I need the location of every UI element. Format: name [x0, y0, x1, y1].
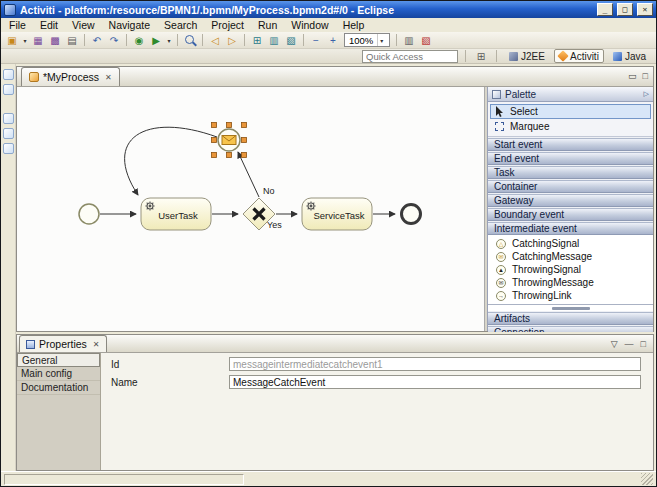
flow-gateway-to-message[interactable]: [238, 152, 259, 197]
view-shortcut-icon-4[interactable]: [3, 128, 14, 139]
menu-run[interactable]: Run: [251, 19, 284, 31]
menu-file[interactable]: File: [2, 19, 33, 31]
quick-access-input[interactable]: [362, 50, 458, 63]
view-shortcut-icon-1[interactable]: [3, 69, 14, 80]
palette-drawer-gateway[interactable]: Gateway: [488, 194, 653, 207]
flow-label-no: No: [263, 186, 275, 196]
toolbar-separator: [126, 34, 127, 46]
palette-drawer-boundary-event[interactable]: Boundary event: [488, 208, 653, 221]
palette-header[interactable]: Palette ▷: [488, 87, 653, 102]
search-button[interactable]: [182, 33, 198, 48]
mark-occurrences-button[interactable]: ▧: [418, 33, 434, 48]
view-shortcut-icon-3[interactable]: [3, 113, 14, 124]
properties-view: Properties ✕ ▽ — □ General Main config: [16, 332, 656, 471]
palette-item-throwing-signal[interactable]: ▲ ThrowingSignal: [488, 263, 653, 276]
menu-search[interactable]: Search: [157, 19, 204, 31]
layers-button[interactable]: ▧: [283, 33, 299, 48]
name-field-input[interactable]: [229, 375, 641, 389]
view-shortcut-icon-2[interactable]: [3, 84, 14, 95]
bpmn-canvas[interactable]: UserTask No Yes ServiceTask: [17, 87, 484, 331]
toolbar-separator: [465, 50, 466, 62]
start-event-node[interactable]: [79, 204, 99, 224]
menu-window[interactable]: Window: [284, 19, 335, 31]
print-button[interactable]: ▤: [64, 33, 80, 48]
palette-pin-icon[interactable]: ▷: [644, 90, 649, 98]
view-menu-icon[interactable]: ▽: [611, 339, 618, 349]
new-wizard-button[interactable]: ▣: [4, 33, 20, 48]
run-dropdown-icon[interactable]: ▾: [165, 37, 173, 44]
minimize-button[interactable]: _: [597, 3, 613, 16]
perspective-java-button[interactable]: Java: [608, 49, 651, 63]
catching-signal-icon: △: [496, 239, 506, 249]
close-button[interactable]: ✕: [637, 3, 653, 16]
grid-button[interactable]: ▥: [266, 33, 282, 48]
palette-drawer-artifacts[interactable]: Artifacts: [488, 312, 653, 325]
menu-edit[interactable]: Edit: [33, 19, 65, 31]
tab-close-icon[interactable]: ✕: [103, 73, 112, 82]
menu-help[interactable]: Help: [336, 19, 372, 31]
palette-drawer-end-event[interactable]: End event: [488, 152, 653, 165]
save-all-button[interactable]: ▩: [47, 33, 63, 48]
palette-title: Palette: [505, 89, 536, 100]
run-button[interactable]: ▶: [148, 33, 164, 48]
end-event-node[interactable]: [402, 205, 421, 224]
menu-navigate[interactable]: Navigate: [102, 19, 157, 31]
zoom-combobox[interactable]: 100% ▾: [344, 33, 390, 47]
palette-drawer-start-event[interactable]: Start event: [488, 138, 653, 151]
outline-mode-button[interactable]: ▥: [401, 33, 417, 48]
java-perspective-icon: [613, 52, 622, 61]
throwing-message-icon: ✉: [496, 278, 506, 288]
perspective-j2ee-button[interactable]: J2EE: [504, 49, 550, 63]
open-perspective-button[interactable]: ⊞: [473, 49, 489, 64]
perspective-activiti-button[interactable]: Activiti: [554, 49, 604, 63]
palette-drawer-intermediate-event[interactable]: Intermediate event: [488, 222, 653, 235]
properties-tab-close-icon[interactable]: ✕: [91, 340, 100, 349]
window-title: Activiti - platform:/resource/BPMN1/.bpm…: [20, 4, 593, 16]
palette-drawer-task[interactable]: Task: [488, 166, 653, 179]
field-row-id: Id: [111, 356, 645, 372]
zoom-out-button[interactable]: −: [308, 33, 324, 48]
editor-tab-row: *MyProcess ✕ ▭ □: [17, 67, 653, 87]
next-annotation-button[interactable]: ▷: [224, 33, 240, 48]
perspective-label: Java: [625, 51, 646, 62]
editor-maximize-icon[interactable]: □: [643, 71, 648, 81]
palette-item-catching-signal[interactable]: △ CatchingSignal: [488, 237, 653, 250]
throwing-signal-icon: ▲: [496, 265, 506, 275]
palette-tool-marquee[interactable]: Marquee: [490, 119, 651, 134]
properties-tab[interactable]: Properties ✕: [19, 335, 107, 352]
menu-project[interactable]: Project: [204, 19, 251, 31]
palette-tool-select[interactable]: Select: [490, 104, 651, 119]
undo-button[interactable]: ↶: [89, 33, 105, 48]
previous-annotation-button[interactable]: ◁: [207, 33, 223, 48]
id-field-input[interactable]: [229, 357, 641, 371]
activiti-perspective-icon: [557, 50, 568, 61]
zoom-in-button[interactable]: +: [325, 33, 341, 48]
view-maximize-icon[interactable]: □: [641, 339, 646, 349]
category-main-config[interactable]: Main config: [17, 367, 100, 381]
view-shortcut-icon-5[interactable]: [3, 143, 14, 154]
left-view-rail: [1, 64, 16, 471]
redo-button[interactable]: ↷: [106, 33, 122, 48]
palette-item-catching-message[interactable]: ✉ CatchingMessage: [488, 250, 653, 263]
flow-message-to-usertask[interactable]: [125, 127, 217, 195]
align-button[interactable]: ⊞: [249, 33, 265, 48]
category-general[interactable]: General: [17, 353, 100, 367]
palette-item-throwing-link[interactable]: → ThrowingLink: [488, 289, 653, 302]
menu-view[interactable]: View: [65, 19, 102, 31]
maximize-button[interactable]: □: [617, 3, 633, 16]
view-minimize-icon[interactable]: —: [625, 339, 634, 349]
palette-scroll-indicator[interactable]: [488, 305, 653, 311]
save-button[interactable]: ▦: [30, 33, 46, 48]
new-dropdown-icon[interactable]: ▾: [21, 37, 29, 44]
debug-button[interactable]: ◉: [131, 33, 147, 48]
properties-tab-row: Properties ✕ ▽ — □: [17, 335, 653, 353]
titlebar[interactable]: Activiti - platform:/resource/BPMN1/.bpm…: [1, 1, 656, 18]
resize-grip-icon[interactable]: [641, 473, 653, 485]
usertask-label: UserTask: [158, 210, 198, 221]
palette-drawer-container[interactable]: Container: [488, 180, 653, 193]
editor-minimize-icon[interactable]: ▭: [628, 71, 637, 81]
editor-tab-myprocess[interactable]: *MyProcess ✕: [21, 67, 120, 86]
palette-item-throwing-message[interactable]: ✉ ThrowingMessage: [488, 276, 653, 289]
category-documentation[interactable]: Documentation: [17, 381, 100, 395]
eclipse-window: Activiti - platform:/resource/BPMN1/.bpm…: [0, 0, 657, 487]
